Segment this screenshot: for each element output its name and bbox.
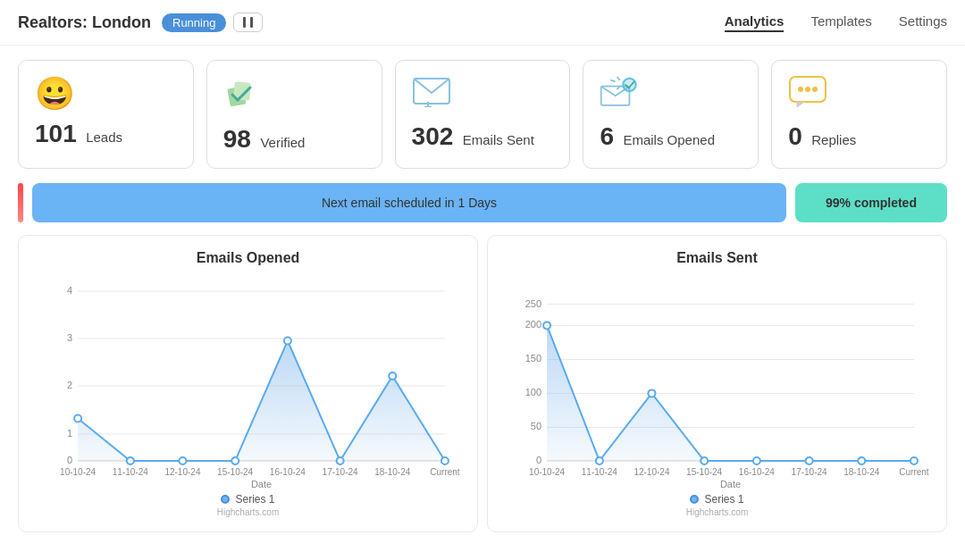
status-badge: Running bbox=[162, 13, 226, 32]
stat-card-leads: 😀 101 Leads bbox=[18, 60, 194, 169]
emails-sent-chart: Emails Sent Emails Sent 250 200 150 100 … bbox=[487, 235, 947, 532]
svg-text:11-10-24: 11-10-24 bbox=[113, 467, 149, 477]
svg-point-30 bbox=[179, 457, 186, 464]
svg-point-60 bbox=[596, 457, 603, 464]
stat-card-emails-sent: 302 Emails Sent bbox=[395, 60, 571, 169]
svg-text:150: 150 bbox=[525, 353, 541, 364]
svg-text:0: 0 bbox=[67, 455, 72, 465]
legend-dot-sent bbox=[690, 495, 699, 504]
emails-sent-chart-area: Emails Sent 250 200 150 100 50 0 bbox=[502, 273, 932, 488]
svg-text:Current: Current bbox=[899, 467, 929, 477]
progress-completed: 99% completed bbox=[795, 183, 947, 222]
svg-text:15-10-24: 15-10-24 bbox=[217, 467, 254, 477]
replies-value: 0 Replies bbox=[788, 122, 856, 151]
charts-row: Emails Opened Emails Opened 4 3 2 1 0 bbox=[0, 235, 965, 541]
pause-icon-bar1 bbox=[243, 17, 246, 28]
header-nav: Analytics Templates Settings bbox=[725, 13, 947, 32]
svg-text:17-10-24: 17-10-24 bbox=[323, 467, 359, 477]
nav-analytics[interactable]: Analytics bbox=[725, 13, 785, 32]
svg-text:Date: Date bbox=[720, 479, 741, 488]
svg-text:Current: Current bbox=[430, 467, 460, 477]
svg-text:1: 1 bbox=[67, 428, 72, 439]
page-title: Realtors: London bbox=[18, 13, 151, 32]
verified-value: 98 Verified bbox=[223, 125, 306, 154]
svg-point-31 bbox=[231, 457, 239, 464]
svg-text:50: 50 bbox=[531, 421, 541, 431]
svg-text:3: 3 bbox=[67, 332, 72, 343]
emails-sent-chart-title: Emails Sent bbox=[502, 250, 932, 266]
svg-text:17-10-24: 17-10-24 bbox=[792, 467, 828, 477]
svg-point-34 bbox=[389, 372, 396, 380]
svg-point-14 bbox=[805, 87, 810, 92]
svg-text:10-10-24: 10-10-24 bbox=[529, 467, 566, 477]
svg-text:Date: Date bbox=[251, 479, 272, 488]
emails-opened-chart-title: Emails Opened bbox=[33, 250, 463, 266]
svg-text:4: 4 bbox=[67, 285, 72, 296]
emails-opened-credit: Highcharts.com bbox=[33, 507, 463, 517]
svg-text:18-10-24: 18-10-24 bbox=[843, 467, 880, 477]
svg-text:16-10-24: 16-10-24 bbox=[270, 467, 306, 477]
emails-sent-value: 302 Emails Sent bbox=[412, 122, 534, 151]
svg-point-63 bbox=[753, 457, 760, 464]
emails-sent-series-label: Series 1 bbox=[704, 493, 743, 506]
progress-row: Next email scheduled in 1 Days 99% compl… bbox=[0, 183, 965, 235]
emails-opened-chart: Emails Opened Emails Opened 4 3 2 1 0 bbox=[18, 235, 478, 532]
emails-opened-svg: Emails Opened 4 3 2 1 0 bbox=[33, 273, 463, 488]
svg-text:12-10-24: 12-10-24 bbox=[164, 467, 201, 477]
pause-icon-bar2 bbox=[250, 17, 253, 28]
progress-indicator bbox=[18, 183, 23, 222]
replies-icon bbox=[788, 75, 827, 115]
svg-point-32 bbox=[284, 338, 291, 345]
emails-opened-chart-area: Emails Opened 4 3 2 1 0 bbox=[33, 273, 463, 488]
nav-templates[interactable]: Templates bbox=[810, 13, 871, 32]
svg-point-61 bbox=[648, 389, 655, 397]
svg-point-66 bbox=[910, 457, 918, 464]
svg-text:16-10-24: 16-10-24 bbox=[739, 467, 776, 477]
header: Realtors: London Running Analytics Templ… bbox=[0, 0, 965, 46]
svg-point-64 bbox=[806, 457, 813, 464]
svg-text:10-10-24: 10-10-24 bbox=[60, 467, 96, 477]
verified-icon bbox=[223, 75, 259, 118]
emails-opened-series-label: Series 1 bbox=[235, 493, 274, 506]
emails-sent-svg: Emails Sent 250 200 150 100 50 0 bbox=[502, 273, 932, 488]
stats-row: 😀 101 Leads 98 Verified bbox=[0, 46, 965, 183]
svg-point-13 bbox=[798, 87, 803, 92]
legend-dot bbox=[221, 495, 230, 504]
svg-point-15 bbox=[812, 87, 818, 92]
svg-point-35 bbox=[441, 457, 449, 464]
pause-button[interactable] bbox=[233, 13, 263, 32]
emails-sent-legend: Series 1 bbox=[502, 493, 932, 506]
progress-message: Next email scheduled in 1 Days bbox=[32, 183, 786, 222]
svg-point-33 bbox=[337, 457, 344, 464]
svg-text:100: 100 bbox=[525, 387, 541, 397]
nav-settings[interactable]: Settings bbox=[899, 13, 947, 32]
stat-card-emails-opened: 6 Emails Opened bbox=[583, 60, 759, 169]
svg-text:200: 200 bbox=[525, 319, 541, 330]
leads-value: 101 Leads bbox=[35, 120, 122, 148]
svg-point-65 bbox=[858, 457, 865, 464]
stat-card-verified: 98 Verified bbox=[206, 60, 382, 169]
svg-line-10 bbox=[611, 80, 616, 82]
svg-line-9 bbox=[617, 77, 621, 80]
svg-point-29 bbox=[127, 457, 134, 464]
emails-sent-credit: Highcharts.com bbox=[502, 507, 932, 517]
emails-opened-value: 6 Emails Opened bbox=[600, 122, 715, 151]
leads-icon: 😀 bbox=[35, 75, 75, 113]
emails-sent-icon bbox=[412, 75, 451, 115]
svg-text:0: 0 bbox=[536, 455, 541, 465]
svg-point-62 bbox=[701, 457, 708, 464]
svg-text:15-10-24: 15-10-24 bbox=[686, 467, 723, 477]
svg-text:18-10-24: 18-10-24 bbox=[374, 467, 411, 477]
svg-text:250: 250 bbox=[525, 298, 541, 309]
svg-point-59 bbox=[543, 322, 550, 329]
emails-opened-legend: Series 1 bbox=[33, 493, 463, 506]
svg-text:2: 2 bbox=[67, 380, 72, 390]
emails-opened-icon bbox=[600, 75, 639, 115]
stat-card-replies: 0 Replies bbox=[771, 60, 947, 169]
svg-text:12-10-24: 12-10-24 bbox=[634, 467, 670, 477]
svg-point-28 bbox=[74, 415, 81, 422]
svg-text:11-10-24: 11-10-24 bbox=[582, 467, 618, 477]
